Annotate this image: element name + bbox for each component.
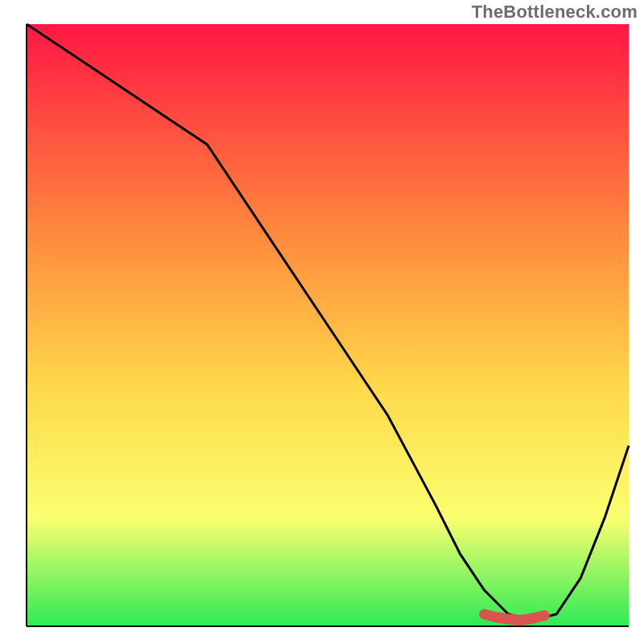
chart-container: TheBottleneck.com [0, 0, 644, 644]
left-margin [0, 0, 27, 644]
min-plateau-highlight [485, 614, 545, 621]
bottleneck-chart [0, 0, 644, 644]
bottom-margin [0, 626, 644, 644]
